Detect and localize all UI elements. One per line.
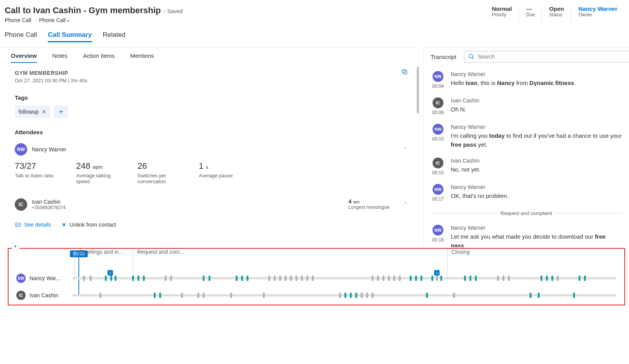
timeline-panel: ▾ 00:00 ClosingRequest and com...Greetin… (8, 248, 625, 305)
transcript-time: 00:08 (432, 110, 444, 115)
meta-label: Status (549, 12, 564, 17)
call-summary-pane: OverviewNotesAction itemsMentions GYM ME… (0, 47, 419, 247)
meta-bar: NormalPriority---DueOpenStatusNancy Warn… (485, 5, 624, 23)
chevron-down-icon: ▾ (67, 19, 69, 23)
transcript-time: 00:10 (432, 136, 444, 142)
see-details-link[interactable]: See details (15, 222, 51, 228)
stat: 26Switches per conversation (137, 161, 184, 184)
transcript-section-divider: Request and complaint (431, 210, 622, 216)
avatar: NW (433, 225, 443, 236)
transcript-speaker: Nancy Warner (451, 124, 622, 130)
stats-row: 73/27Talk to listen ratio248 wpmAverage … (15, 161, 408, 184)
avatar: NW (433, 184, 443, 195)
meta-value: Open (549, 5, 564, 12)
timeline-speaker: Nancy War... (30, 275, 68, 281)
meta-value: --- (526, 5, 535, 12)
copy-icon[interactable] (401, 68, 408, 75)
meta-value: Nancy Warner (579, 5, 617, 12)
record-header: Call to Ivan Cashin - Gym membership - S… (0, 0, 629, 25)
svg-point-4 (469, 54, 473, 58)
attendee-phone: +353892678274 (32, 205, 66, 210)
transcript-speaker: Ivan Cashin (451, 158, 622, 164)
transcript-line[interactable]: NW00:18Nancy WarnerLet me ask you what m… (431, 225, 622, 247)
timeline-speaker: Ivan Cashin (30, 292, 68, 298)
overview-title: GYM MEMBERSHIP (15, 70, 408, 76)
tab-related[interactable]: Related (103, 31, 126, 42)
breadcrumb-dropdown[interactable]: Phone Call ▾ (39, 17, 69, 23)
avatar: IC (15, 198, 27, 211)
search-input[interactable] (478, 54, 625, 60)
breadcrumb-item: Phone Call (5, 17, 31, 23)
svg-rect-1 (402, 69, 406, 73)
tags-row: followup✕+ (15, 106, 408, 118)
monologue-stat: 4 sec Longest monologue (349, 198, 389, 210)
timeline-marker[interactable]: 1 (434, 270, 440, 276)
breadcrumb: Phone Call · Phone Call ▾ (5, 17, 182, 23)
transcript-pane: Transcript NW00:04Nancy WarnerHello Ivan… (423, 47, 629, 247)
transcript-speaker: Nancy Warner (451, 225, 622, 231)
transcript-line[interactable]: NW00:10Nancy WarnerI'm calling you today… (431, 124, 622, 149)
transcript-body: NW00:04Nancy WarnerHello Ivan, this is N… (424, 66, 629, 247)
summary-tabs: OverviewNotesAction itemsMentions (0, 48, 419, 63)
chevron-up-icon[interactable]: ˄ (404, 147, 407, 152)
scrollbar[interactable] (417, 67, 419, 113)
transcript-text: Let me ask you what made you decide to d… (451, 232, 622, 247)
avatar: IC (16, 291, 26, 300)
transcript-text: I'm calling you today to find out if you… (451, 132, 622, 149)
transcript-line[interactable]: NW00:17Nancy WarnerOK, that's no problem… (431, 184, 622, 202)
meta-cell[interactable]: Nancy WarnerOwner (571, 5, 624, 23)
tab-call-summary[interactable]: Call Summary (48, 31, 92, 42)
transcript-text: No, not yet. (451, 165, 622, 174)
record-title: Call to Ivan Cashin - Gym membership (5, 5, 161, 16)
attendees-heading: Attendees (15, 129, 408, 135)
avatar: NW (433, 71, 443, 82)
title-block: Call to Ivan Cashin - Gym membership - S… (5, 5, 182, 23)
unlink-contact-link[interactable]: ✕ Unlink from contact (62, 222, 116, 228)
remove-tag-icon[interactable]: ✕ (42, 109, 46, 115)
summary-tab-overview[interactable]: Overview (11, 52, 37, 63)
stat: 73/27Talk to listen ratio (15, 161, 61, 184)
meta-cell[interactable]: OpenStatus (542, 5, 571, 23)
tab-phone-call[interactable]: Phone Call (5, 31, 37, 42)
summary-tab-mentions[interactable]: Mentions (130, 52, 154, 63)
add-tag-button[interactable]: + (54, 106, 68, 118)
avatar: NW (433, 124, 443, 135)
meta-cell[interactable]: ---Due (519, 5, 542, 23)
transcript-speaker: Ivan Cashin (451, 97, 622, 104)
transcript-text: Oh hi. (451, 105, 622, 114)
meta-value: Normal (492, 5, 512, 12)
timeline-marker[interactable]: 1 (108, 270, 113, 276)
tag-chip[interactable]: followup✕ (15, 106, 50, 118)
transcript-speaker: Nancy Warner (451, 71, 622, 77)
attendee-row[interactable]: NW Nancy Warner ˄ (15, 143, 408, 156)
collapse-timeline-button[interactable]: ▾ (12, 243, 19, 250)
attendee-row[interactable]: IC Ivan Cashin +353892678274 4 sec Longe… (15, 198, 408, 211)
tags-heading: Tags (15, 94, 408, 101)
overview-subtitle: Oct 27, 2021 03:30 PM | 2m 40s (15, 78, 408, 83)
transcript-text: OK, that's no problem. (451, 192, 622, 201)
meta-label: Owner (579, 12, 617, 17)
transcript-search[interactable] (464, 51, 629, 62)
stat: 1 sAverage pause (199, 161, 245, 184)
transcript-line[interactable]: IC00:15Ivan CashinNo, not yet. (431, 158, 622, 175)
meta-label: Due (526, 12, 535, 17)
transcript-time: 00:17 (432, 196, 444, 202)
attendee-name: Ivan Cashin (32, 199, 66, 205)
meta-cell[interactable]: NormalPriority (485, 5, 519, 23)
svg-rect-0 (403, 71, 407, 74)
stat: 248 wpmAverage talking speed (76, 161, 123, 184)
svg-point-3 (16, 224, 17, 225)
summary-tab-action-items[interactable]: Action items (83, 52, 115, 63)
avatar: IC (433, 97, 443, 108)
overview-body: GYM MEMBERSHIP Oct 27, 2021 03:30 PM | 2… (0, 63, 419, 245)
transcript-line[interactable]: NW00:04Nancy WarnerHello Ivan, this is N… (431, 71, 622, 89)
transcript-text: Hello Ivan, this is Nancy from Dynamic f… (451, 79, 622, 88)
transcript-line[interactable]: IC00:08Ivan CashinOh hi. (431, 97, 622, 115)
transcript-heading: Transcript (431, 54, 456, 60)
avatar: IC (433, 158, 443, 168)
chevron-up-icon[interactable]: ˄ (404, 202, 407, 207)
timeline-bar[interactable]: 11 (72, 277, 617, 279)
transcript-time: 00:18 (432, 237, 444, 243)
summary-tab-notes[interactable]: Notes (52, 52, 68, 63)
timeline-bar[interactable] (72, 294, 617, 296)
